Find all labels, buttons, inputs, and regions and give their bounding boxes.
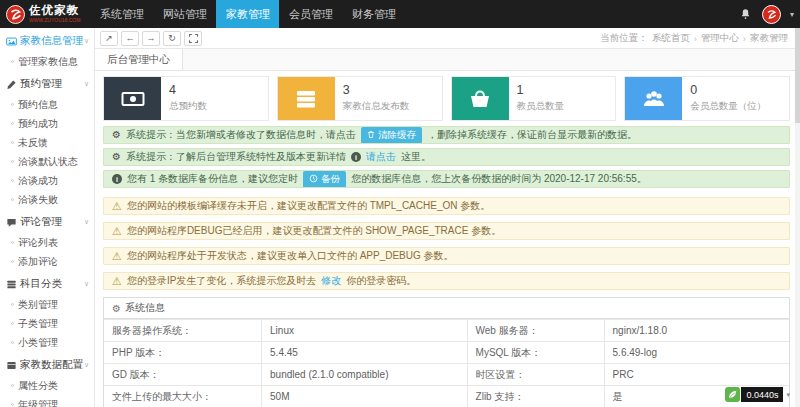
sidebar-item-negotiation-success[interactable]: 洽谈成功 — [0, 171, 94, 190]
item-label: 洽谈默认状态 — [18, 155, 78, 169]
top-menu-member[interactable]: 会员管理 — [279, 0, 342, 28]
topbar: 佐优家教 WWW.ZUYOU18.COM 系统管理 网站管理 家教管理 会员管理… — [0, 0, 800, 28]
item-label: 预约成功 — [18, 117, 58, 131]
table-row: 文件上传的最大大小： 50M Zlib 支持： 是 — [104, 386, 789, 407]
breadcrumb-mgmt-center[interactable]: 管理中心 — [701, 32, 739, 45]
warning-icon: ⚠ — [112, 251, 122, 262]
chevron-down-icon: ∨ — [84, 37, 89, 45]
item-label: 未反馈 — [18, 136, 48, 150]
alert-text: 系统提示：了解后台管理系统特性及版本更新详情 — [126, 150, 346, 164]
refresh-icon[interactable]: ↻ — [163, 31, 181, 46]
item-label: 评论列表 — [18, 236, 58, 250]
top-menu-finance[interactable]: 财务管理 — [342, 0, 405, 28]
sidebar-item-no-feedback[interactable]: 未反馈 — [0, 133, 94, 152]
item-label: 洽谈成功 — [18, 174, 58, 188]
alert-clear-cache: ⚙ 系统提示：当您新增或者修改了数据信息时，请点击 清除缓存 ，删除掉系统缓存，… — [103, 126, 790, 144]
bullet-icon — [11, 60, 14, 63]
sidebar-subsection: 评论列表 添加评论 — [0, 233, 94, 271]
info-value: PRC — [604, 364, 789, 386]
backup-button[interactable]: 备份 — [303, 171, 346, 188]
collapse-icon[interactable]: ↗ — [100, 31, 118, 46]
sidebar-section-data-config[interactable]: 家教数据配置 ∨ — [0, 354, 94, 376]
top-menu-tutor[interactable]: 家教管理 — [216, 0, 279, 28]
breadcrumb-separator: › — [743, 33, 746, 44]
thinkphp-leaf-icon — [725, 387, 740, 402]
breadcrumb: 当前位置： 系统首页 › 管理中心 › 家教管理 — [600, 32, 788, 45]
sidebar-item-negotiation-failed[interactable]: 洽谈失败 — [0, 190, 94, 209]
sidebar-item-booking-info[interactable]: 预约信息 — [0, 95, 94, 114]
brand-logo-icon — [6, 5, 25, 24]
sidebar-section-comments[interactable]: 评论管理 ∨ — [0, 211, 94, 233]
brand[interactable]: 佐优家教 WWW.ZUYOU18.COM — [0, 0, 86, 28]
basket-icon — [452, 77, 509, 120]
fullscreen-icon[interactable] — [184, 31, 202, 46]
section-label: 家教信息管理 — [20, 34, 83, 48]
caret-down-icon[interactable]: ▾ — [790, 10, 794, 19]
clear-cache-button[interactable]: 清除缓存 — [361, 127, 422, 144]
stat-card-tutor-posts[interactable]: 3 家教信息发布数 — [277, 76, 443, 121]
sidebar-item-grade-mgmt[interactable]: 年级管理 — [0, 395, 94, 407]
change-password-link[interactable]: 修改 — [321, 274, 341, 288]
system-info-table: 服务器操作系统： Linux Web 服务器： nginx/1.18.0 PHP… — [104, 319, 789, 407]
sidebar-item-subcategory-mgmt[interactable]: 子类管理 — [0, 314, 94, 333]
top-menu-website[interactable]: 网站管理 — [153, 0, 216, 28]
info-value: 5.4.45 — [262, 342, 468, 364]
section-label: 科目分类 — [20, 277, 62, 291]
item-label: 属性分类 — [18, 379, 58, 393]
sidebar-section-booking[interactable]: 预约管理 ∨ — [0, 73, 94, 95]
button-label: 清除缓存 — [378, 129, 416, 142]
sidebar-item-category-mgmt[interactable]: 类别管理 — [0, 295, 94, 314]
sidebar-item-negotiation-default[interactable]: 洽谈默认状态 — [0, 152, 94, 171]
sidebar-item-minorcategory-mgmt[interactable]: 小类管理 — [0, 333, 94, 352]
stat-card-teachers[interactable]: 1 教员总数量 — [451, 76, 617, 121]
top-menu-system[interactable]: 系统管理 — [90, 0, 153, 28]
stat-value: 4 — [169, 83, 207, 97]
info-label: GD 版本： — [104, 364, 262, 386]
gear-icon: ⚙ — [112, 130, 121, 140]
gear-icon: ⚙ — [112, 152, 121, 162]
content-area[interactable]: 4 总预约数 3 家教信息发布数 — [95, 71, 800, 407]
version-details-link[interactable]: 请点击 — [366, 150, 396, 164]
info-value: Linux — [262, 320, 468, 342]
caret-down-icon[interactable]: ▾ — [786, 391, 790, 399]
bell-icon[interactable] — [739, 7, 753, 22]
sidebar-item-attribute-category[interactable]: 属性分类 — [0, 376, 94, 395]
item-label: 子类管理 — [18, 317, 58, 331]
sidebar-item-manage-tutor-info[interactable]: 管理家教信息 — [0, 52, 94, 71]
sidebar-item-add-comment[interactable]: 添加评论 — [0, 252, 94, 271]
item-label: 年级管理 — [18, 398, 58, 407]
info-icon: i — [351, 152, 361, 162]
item-label: 预约信息 — [18, 98, 58, 112]
breadcrumb-current[interactable]: 家教管理 — [750, 32, 788, 45]
gear-icon: ⚙ — [112, 303, 121, 314]
scrollbar-thumb[interactable] — [795, 28, 800, 123]
stat-card-bookings[interactable]: 4 总预约数 — [103, 76, 269, 121]
debug-toolbar[interactable]: 0.0440s ▾ — [725, 387, 790, 402]
alert-debug-enabled: ⚠ 您的网站程序DEBUG已经启用，建议更改配置文件的 SHOW_PAGE_TR… — [103, 222, 790, 240]
alert-text: 你的登录密码。 — [346, 274, 416, 288]
sidebar-item-comment-list[interactable]: 评论列表 — [0, 233, 94, 252]
alert-dev-mode: ⚠ 您的网站程序处于开发状态，建议更改单入口文件的 APP_DEBUG 参数。 — [103, 247, 790, 265]
forward-icon[interactable]: → — [142, 31, 160, 46]
stat-card-members[interactable]: 0 会员总数量（位） — [624, 76, 790, 121]
sidebar-item-booking-success[interactable]: 预约成功 — [0, 114, 94, 133]
back-icon[interactable]: ← — [121, 31, 139, 46]
bullet-icon — [11, 341, 14, 344]
alert-backup: i 您有 1 条数据库备份信息，建议您定时 备份 您的数据库信息，您上次备份数据… — [103, 170, 790, 188]
breadcrumb-home[interactable]: 系统首页 — [652, 32, 690, 45]
info-label: MySQL 版本： — [467, 342, 604, 364]
scrollbar[interactable] — [795, 28, 800, 407]
table-row: 服务器操作系统： Linux Web 服务器： nginx/1.18.0 — [104, 320, 789, 342]
bullet-icon — [11, 322, 14, 325]
sidebar-section-subjects[interactable]: 科目分类 ∨ — [0, 273, 94, 295]
avatar[interactable] — [762, 5, 781, 24]
info-icon: i — [112, 174, 122, 184]
sidebar-subsection: 管理家教信息 — [0, 52, 94, 71]
info-value: 5.6.49-log — [604, 342, 789, 364]
sidebar-section-tutor-info[interactable]: 家教信息管理 ∨ — [0, 30, 94, 52]
stack-icon — [6, 279, 17, 290]
tab-admin-center[interactable]: 后台管理中心 — [95, 49, 183, 70]
alert-text: 您的登录IP发生了变化，系统提示您及时去 — [127, 274, 316, 288]
brand-title: 佐优家教 — [29, 5, 80, 17]
sidebar-subsection: 预约信息 预约成功 未反馈 洽谈默认状态 洽谈成功 洽谈失败 — [0, 95, 94, 209]
